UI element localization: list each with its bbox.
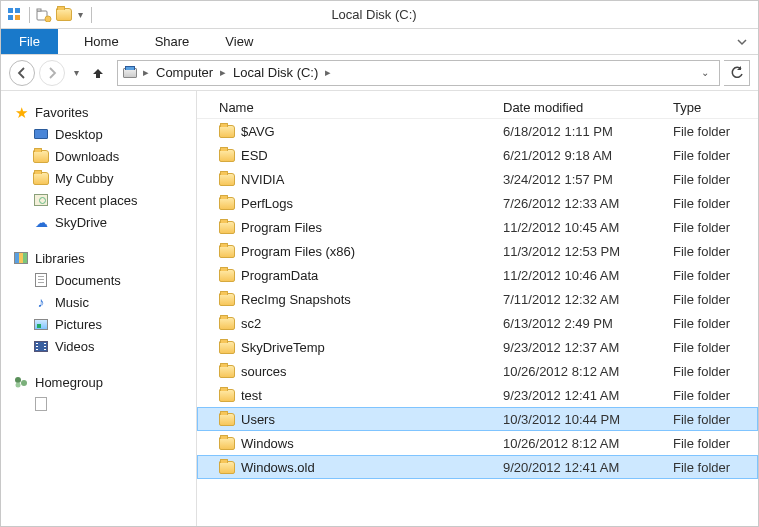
sidebar-item-pictures[interactable]: Pictures: [11, 313, 192, 335]
breadcrumb-sep-icon[interactable]: ▸: [217, 66, 229, 79]
breadcrumb-computer[interactable]: Computer: [154, 65, 215, 80]
sidebar-item-recent-places[interactable]: Recent places: [11, 189, 192, 211]
file-name: SkyDriveTemp: [241, 340, 325, 355]
libraries-icon: [13, 250, 29, 266]
navigation-pane: ★ Favorites DesktopDownloadsMy CubbyRece…: [1, 91, 197, 526]
tab-home[interactable]: Home: [66, 29, 137, 54]
table-row[interactable]: Program Files (x86)11/3/2012 12:53 PMFil…: [197, 239, 758, 263]
tab-share[interactable]: Share: [137, 29, 208, 54]
up-button[interactable]: [87, 62, 109, 84]
navigation-bar: ▾ ▸ Computer ▸ Local Disk (C:) ▸ ⌄: [1, 55, 758, 91]
sidebar-item-label: Documents: [55, 273, 121, 288]
homegroup-group: Homegroup: [11, 371, 192, 415]
folder-icon: [219, 195, 235, 211]
svg-point-8: [21, 380, 27, 386]
sidebar-item-desktop[interactable]: Desktop: [11, 123, 192, 145]
column-header-date[interactable]: Date modified: [503, 100, 673, 115]
cell-type: File folder: [673, 124, 758, 139]
column-header-name[interactable]: Name: [197, 100, 503, 115]
documents-icon: [33, 272, 49, 288]
quick-access-toolbar: ▾: [1, 7, 100, 23]
favorites-group: ★ Favorites DesktopDownloadsMy CubbyRece…: [11, 101, 192, 233]
sidebar-item-documents[interactable]: Documents: [11, 269, 192, 291]
address-bar[interactable]: ▸ Computer ▸ Local Disk (C:) ▸ ⌄: [117, 60, 720, 86]
sidebar-item-my-cubby[interactable]: My Cubby: [11, 167, 192, 189]
tab-file[interactable]: File: [1, 29, 58, 54]
table-row[interactable]: RecImg Snapshots7/11/2012 12:32 AMFile f…: [197, 287, 758, 311]
sidebar-item-music[interactable]: ♪Music: [11, 291, 192, 313]
table-row[interactable]: Windows.old9/20/2012 12:41 AMFile folder: [197, 455, 758, 479]
table-row[interactable]: Program Files11/2/2012 10:45 AMFile fold…: [197, 215, 758, 239]
forward-button[interactable]: [39, 60, 65, 86]
cell-date: 10/26/2012 8:12 AM: [503, 436, 673, 451]
table-row[interactable]: sc26/13/2012 2:49 PMFile folder: [197, 311, 758, 335]
table-row[interactable]: PerfLogs7/26/2012 12:33 AMFile folder: [197, 191, 758, 215]
sidebar-item-label: Recent places: [55, 193, 137, 208]
table-row[interactable]: sources10/26/2012 8:12 AMFile folder: [197, 359, 758, 383]
sidebar-item-label: SkyDrive: [55, 215, 107, 230]
file-name: sc2: [241, 316, 261, 331]
cell-date: 10/26/2012 8:12 AM: [503, 364, 673, 379]
separator: [29, 7, 30, 23]
cell-type: File folder: [673, 436, 758, 451]
folder-icon: [219, 219, 235, 235]
table-row[interactable]: Windows10/26/2012 8:12 AMFile folder: [197, 431, 758, 455]
svg-rect-0: [8, 8, 13, 13]
history-dropdown-icon[interactable]: ▾: [69, 67, 83, 78]
tab-view[interactable]: View: [207, 29, 271, 54]
cell-date: 6/13/2012 2:49 PM: [503, 316, 673, 331]
sidebar-item-skydrive[interactable]: ☁SkyDrive: [11, 211, 192, 233]
column-header-type[interactable]: Type: [673, 100, 758, 115]
title-bar: ▾ Local Disk (C:): [1, 1, 758, 29]
table-row[interactable]: ESD6/21/2012 9:18 AMFile folder: [197, 143, 758, 167]
open-folder-icon[interactable]: [56, 7, 72, 23]
breadcrumb-localdisk[interactable]: Local Disk (C:): [231, 65, 320, 80]
cell-type: File folder: [673, 460, 758, 475]
table-row[interactable]: NVIDIA3/24/2012 1:57 PMFile folder: [197, 167, 758, 191]
table-row[interactable]: SkyDriveTemp9/23/2012 12:37 AMFile folde…: [197, 335, 758, 359]
table-row[interactable]: Users10/3/2012 10:44 PMFile folder: [197, 407, 758, 431]
favorites-header[interactable]: ★ Favorites: [11, 101, 192, 123]
nav-empty-file[interactable]: [11, 393, 192, 415]
breadcrumb-sep-icon[interactable]: ▸: [322, 66, 334, 79]
libraries-header[interactable]: Libraries: [11, 247, 192, 269]
window-title: Local Disk (C:): [100, 7, 648, 22]
sidebar-item-videos[interactable]: Videos: [11, 335, 192, 357]
svg-rect-2: [8, 15, 13, 20]
sidebar-item-label: Music: [55, 295, 89, 310]
properties-icon[interactable]: [7, 7, 23, 23]
cell-name: SkyDriveTemp: [197, 339, 503, 355]
qat-dropdown-icon[interactable]: ▾: [76, 9, 85, 20]
file-name: PerfLogs: [241, 196, 293, 211]
file-name: RecImg Snapshots: [241, 292, 351, 307]
refresh-button[interactable]: [724, 60, 750, 86]
cell-date: 3/24/2012 1:57 PM: [503, 172, 673, 187]
table-row[interactable]: test9/23/2012 12:41 AMFile folder: [197, 383, 758, 407]
star-icon: ★: [13, 104, 29, 120]
cell-type: File folder: [673, 388, 758, 403]
back-button[interactable]: [9, 60, 35, 86]
file-rows: $AVG6/18/2012 1:11 PMFile folderESD6/21/…: [197, 119, 758, 479]
file-name: Program Files (x86): [241, 244, 355, 259]
file-name: test: [241, 388, 262, 403]
cell-name: $AVG: [197, 123, 503, 139]
new-folder-icon[interactable]: [36, 7, 52, 23]
pictures-icon: [33, 316, 49, 332]
cell-type: File folder: [673, 244, 758, 259]
sidebar-item-downloads[interactable]: Downloads: [11, 145, 192, 167]
table-row[interactable]: $AVG6/18/2012 1:11 PMFile folder: [197, 119, 758, 143]
recent-places-icon: [33, 192, 49, 208]
breadcrumb-sep-icon[interactable]: ▸: [140, 66, 152, 79]
folder-icon: [219, 291, 235, 307]
homegroup-header[interactable]: Homegroup: [11, 371, 192, 393]
file-name: sources: [241, 364, 287, 379]
address-dropdown-icon[interactable]: ⌄: [695, 67, 715, 78]
cell-date: 9/23/2012 12:41 AM: [503, 388, 673, 403]
cell-name: ProgramData: [197, 267, 503, 283]
folder-icon: [219, 459, 235, 475]
ribbon-tabs: File Home Share View: [1, 29, 758, 55]
ribbon-expand-icon[interactable]: [726, 29, 758, 54]
folder-icon: [219, 387, 235, 403]
svg-rect-3: [15, 15, 20, 20]
table-row[interactable]: ProgramData11/2/2012 10:46 AMFile folder: [197, 263, 758, 287]
